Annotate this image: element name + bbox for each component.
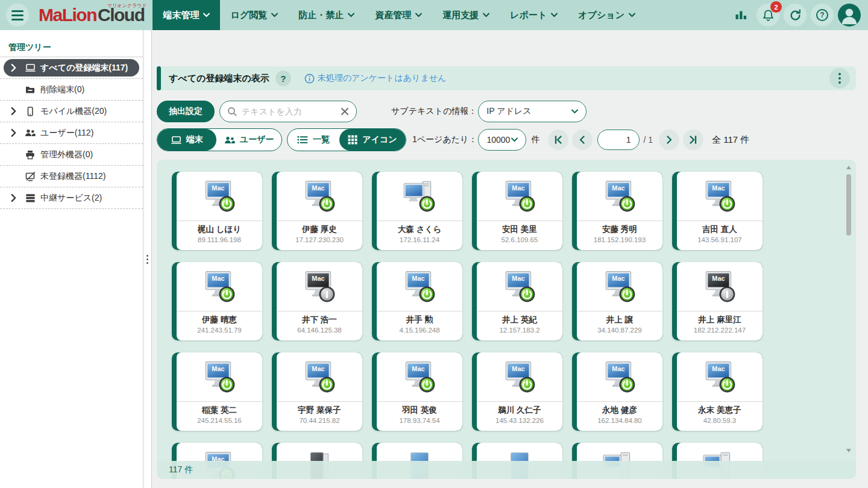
svg-text:Mac: Mac <box>612 364 624 372</box>
per-page-select[interactable]: 10000 <box>478 129 526 151</box>
scroll-up-arrow-icon[interactable] <box>846 166 851 169</box>
more-options-kebab-icon[interactable] <box>829 68 850 89</box>
device-icon: Mac <box>177 352 262 402</box>
tree-item[interactable]: ユーザー(112) <box>0 122 143 144</box>
first-page-button[interactable] <box>548 130 568 150</box>
folder-icon <box>24 85 36 94</box>
device-card[interactable]: Mac 安田 美里 52.6.109.65 <box>472 172 562 250</box>
device-card[interactable]: Mac 宇野 菜保子 70.44.215.82 <box>272 352 362 431</box>
grid-scrollbar[interactable] <box>846 164 852 474</box>
device-name: 井上 英紀 <box>477 314 562 325</box>
menu-item-3[interactable]: 資産管理 <box>365 0 432 30</box>
hamburger-menu-icon[interactable] <box>6 4 29 27</box>
chevron-right-icon[interactable] <box>11 64 19 72</box>
svg-text:Mac: Mac <box>512 274 524 281</box>
segment-ユーザー[interactable]: ユーザー <box>216 129 281 151</box>
extraction-settings-button[interactable]: 抽出設定 <box>157 101 215 122</box>
device-ip: 182.212.222.147 <box>677 327 763 334</box>
device-card[interactable]: Mac 吉田 直人 143.56.91.107 <box>672 172 763 250</box>
device-card[interactable]: Mac 井上 麻里江 182.212.222.147 <box>672 262 763 340</box>
device-icon: Mac <box>477 172 562 221</box>
device-name: 安田 美里 <box>477 224 562 235</box>
previous-page-button[interactable] <box>572 130 593 150</box>
mobile-icon <box>24 107 36 116</box>
tree-item[interactable]: すべての登録端末(117) <box>0 57 143 79</box>
device-name: 梶山 しほり <box>177 224 262 235</box>
device-card[interactable]: Mac 井手 勲 4.15.196.248 <box>372 262 462 340</box>
tree-item[interactable]: モバイル機器(20) <box>0 101 143 122</box>
subtext-info-label: サブテキストの情報： <box>391 106 477 117</box>
top-navigation-bar: MaLion Cloud マリオンクラウド 端末管理 ログ閲覧 防止・禁止 資産… <box>0 0 868 30</box>
svg-text:Mac: Mac <box>312 274 324 281</box>
device-card[interactable]: Mac 鵜川 久仁子 145.43.132.226 <box>472 352 562 431</box>
device-ip: 162.134.84.80 <box>577 417 662 424</box>
next-page-button[interactable] <box>659 130 679 150</box>
chevron-right-icon[interactable] <box>11 129 19 137</box>
device-card[interactable]: Mac 稲葉 英二 245.214.55.16 <box>172 352 262 431</box>
device-ip: 145.43.132.226 <box>477 417 562 424</box>
segment-端末[interactable]: 端末 <box>157 129 216 151</box>
device-card[interactable]: Mac 永末 美恵子 42.80.59.3 <box>672 352 763 431</box>
management-tree: すべての登録端末(117) 削除端末(0) モバイル機器(20) ユーザー(11… <box>0 57 143 209</box>
menu-item-0[interactable]: 端末管理 <box>153 0 220 30</box>
device-card[interactable]: Mac 安藤 秀明 181.152.190.193 <box>572 172 662 250</box>
target-segmented-control: 端末ユーザー <box>157 128 282 151</box>
device-card[interactable]: Mac 永地 健彦 162.134.84.80 <box>572 352 662 431</box>
account-icon[interactable] <box>838 4 861 27</box>
device-name: 井上 麻里江 <box>677 314 763 325</box>
device-card[interactable]: Mac 井上 譲 34.140.87.229 <box>572 262 662 340</box>
survey-info-link[interactable]: 未処理のアンケートはありません <box>304 73 447 84</box>
menu-item-4[interactable]: 運用支援 <box>432 0 500 30</box>
sidebar-tab-title[interactable]: 管理ツリー <box>0 37 143 57</box>
svg-text:?: ? <box>820 11 824 19</box>
menu-item-2[interactable]: 防止・禁止 <box>288 0 365 30</box>
device-card[interactable]: Mac 伊藤 晴恵 241.243.51.79 <box>172 262 262 340</box>
device-icon: Mac <box>277 262 362 311</box>
server-icon <box>24 193 36 203</box>
svg-text:Mac: Mac <box>612 274 624 281</box>
menu-item-6[interactable]: オプション <box>568 0 646 30</box>
app-logo: MaLion Cloud マリオンクラウド <box>34 0 153 30</box>
chevron-right-icon[interactable] <box>11 194 19 202</box>
page-help-icon[interactable]: ? <box>275 70 291 86</box>
last-page-button[interactable] <box>683 130 703 150</box>
unit-label: 件 <box>531 134 539 145</box>
device-card-grid: Mac 梶山 しほり 89.111.96.198 Mac 伊藤 厚史 17.12… <box>172 172 835 479</box>
tree-item[interactable]: 削除端末(0) <box>0 79 143 101</box>
device-card[interactable]: Mac 羽田 英俊 178.93.74.54 <box>372 352 462 431</box>
tree-item[interactable]: 管理外機器(0) <box>0 144 143 166</box>
device-card[interactable]: Mac 井下 浩一 64.146.125.38 <box>272 262 362 340</box>
menu-item-1[interactable]: ログ閲覧 <box>220 0 288 30</box>
device-ip: 172.16.11.24 <box>377 236 462 243</box>
device-card[interactable]: Mac 伊藤 厚史 17.127.230.230 <box>272 172 362 250</box>
chevron-right-icon[interactable] <box>11 107 19 115</box>
device-card[interactable]: Mac 井上 英紀 12.157.183.2 <box>472 262 562 340</box>
subtext-info-select[interactable]: IP アドレス <box>478 101 587 122</box>
sidebar-splitter-handle[interactable] <box>143 30 152 488</box>
device-name: 伊藤 晴恵 <box>177 314 262 325</box>
clear-search-icon[interactable] <box>341 107 349 116</box>
scrollbar-thumb[interactable] <box>846 174 851 236</box>
menu-item-5[interactable]: レポート <box>500 0 568 30</box>
device-name: 羽田 英俊 <box>377 405 462 416</box>
segment-アイコン[interactable]: アイコン <box>339 129 406 151</box>
device-card[interactable]: Mac 梶山 しほり 89.111.96.198 <box>172 172 262 250</box>
device-icon: Mac <box>577 352 662 402</box>
refresh-icon[interactable] <box>784 4 807 27</box>
device-icon: Mac <box>277 352 362 402</box>
grid-status-text: 117 件 <box>169 465 193 475</box>
page-number-input[interactable] <box>597 130 640 150</box>
segment-一覧[interactable]: 一覧 <box>288 129 339 151</box>
tree-item[interactable]: 未登録機器(1112) <box>0 166 143 187</box>
chart-icon[interactable] <box>729 4 752 27</box>
device-card[interactable]: 大森 さくら 172.16.11.24 <box>372 172 462 250</box>
chevron-down-icon <box>415 13 422 17</box>
search-input[interactable] <box>242 107 336 116</box>
tree-item[interactable]: 中継サービス(2) <box>0 187 143 209</box>
notifications-bell-icon[interactable]: 2 <box>756 4 779 27</box>
device-icon <box>377 172 462 221</box>
device-icon: Mac <box>677 262 763 311</box>
scroll-down-arrow-icon[interactable] <box>846 449 851 452</box>
monitor-slash-icon <box>24 172 36 181</box>
help-icon[interactable]: ? <box>811 4 834 27</box>
